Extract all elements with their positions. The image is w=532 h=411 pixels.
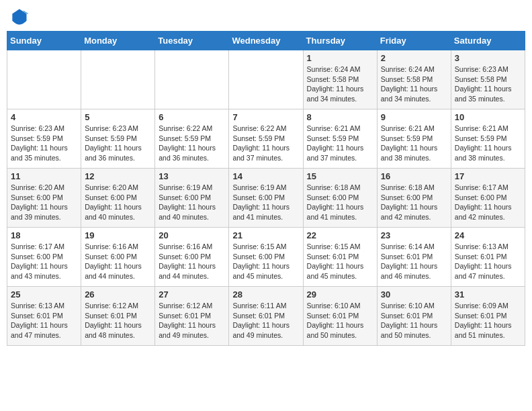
- header-row: SundayMondayTuesdayWednesdayThursdayFrid…: [7, 32, 525, 50]
- day-number: 25: [11, 289, 77, 300]
- calendar-day-cell: 10Sunrise: 6:21 AM Sunset: 5:59 PM Dayli…: [451, 109, 525, 169]
- day-number: 28: [232, 289, 299, 300]
- day-info: Sunrise: 6:15 AM Sunset: 6:00 PM Dayligh…: [232, 242, 299, 281]
- calendar-day-cell: [155, 50, 229, 109]
- day-number: 23: [381, 230, 447, 240]
- day-info: Sunrise: 6:21 AM Sunset: 5:59 PM Dayligh…: [381, 124, 447, 163]
- day-info: Sunrise: 6:15 AM Sunset: 6:01 PM Dayligh…: [307, 242, 373, 281]
- day-number: 31: [455, 289, 521, 300]
- day-info: Sunrise: 6:17 AM Sunset: 6:00 PM Dayligh…: [11, 242, 77, 281]
- day-number: 21: [232, 230, 299, 240]
- calendar-day-cell: 23Sunrise: 6:14 AM Sunset: 6:01 PM Dayli…: [377, 228, 451, 287]
- day-number: 1: [307, 53, 373, 63]
- day-number: 14: [232, 171, 299, 181]
- day-info: Sunrise: 6:19 AM Sunset: 6:00 PM Dayligh…: [232, 183, 299, 222]
- calendar-week-row: 18Sunrise: 6:17 AM Sunset: 6:00 PM Dayli…: [7, 228, 525, 287]
- calendar-day-cell: 8Sunrise: 6:21 AM Sunset: 5:59 PM Daylig…: [303, 109, 377, 169]
- calendar-day-cell: 18Sunrise: 6:17 AM Sunset: 6:00 PM Dayli…: [7, 228, 81, 287]
- day-number: 30: [381, 289, 447, 300]
- day-info: Sunrise: 6:21 AM Sunset: 5:59 PM Dayligh…: [455, 124, 521, 163]
- day-info: Sunrise: 6:18 AM Sunset: 6:00 PM Dayligh…: [307, 183, 373, 222]
- day-info: Sunrise: 6:24 AM Sunset: 5:58 PM Dayligh…: [307, 64, 373, 104]
- calendar-day-cell: 28Sunrise: 6:11 AM Sunset: 6:01 PM Dayli…: [229, 287, 303, 346]
- day-of-week-header: Monday: [81, 32, 155, 50]
- calendar-day-cell: [229, 50, 303, 109]
- day-number: 19: [85, 230, 151, 240]
- day-number: 9: [381, 112, 447, 122]
- day-number: 17: [455, 171, 521, 181]
- calendar-day-cell: 5Sunrise: 6:23 AM Sunset: 5:59 PM Daylig…: [81, 109, 155, 169]
- calendar-day-cell: 2Sunrise: 6:24 AM Sunset: 5:58 PM Daylig…: [377, 50, 451, 109]
- day-number: 12: [85, 171, 151, 181]
- day-info: Sunrise: 6:22 AM Sunset: 5:59 PM Dayligh…: [232, 124, 299, 163]
- day-info: Sunrise: 6:20 AM Sunset: 6:00 PM Dayligh…: [11, 183, 77, 222]
- day-info: Sunrise: 6:23 AM Sunset: 5:58 PM Dayligh…: [455, 64, 521, 104]
- calendar-day-cell: 24Sunrise: 6:13 AM Sunset: 6:01 PM Dayli…: [451, 228, 525, 287]
- day-info: Sunrise: 6:22 AM Sunset: 5:59 PM Dayligh…: [159, 124, 225, 163]
- day-number: 29: [307, 289, 373, 300]
- day-of-week-header: Saturday: [451, 32, 525, 50]
- calendar-day-cell: 13Sunrise: 6:19 AM Sunset: 6:00 PM Dayli…: [155, 169, 229, 228]
- day-info: Sunrise: 6:10 AM Sunset: 6:01 PM Dayligh…: [381, 301, 447, 340]
- calendar-day-cell: 19Sunrise: 6:16 AM Sunset: 6:00 PM Dayli…: [81, 228, 155, 287]
- day-info: Sunrise: 6:11 AM Sunset: 6:01 PM Dayligh…: [232, 301, 299, 340]
- calendar-week-row: 11Sunrise: 6:20 AM Sunset: 6:00 PM Dayli…: [7, 169, 525, 228]
- day-info: Sunrise: 6:12 AM Sunset: 6:01 PM Dayligh…: [159, 301, 225, 340]
- day-info: Sunrise: 6:20 AM Sunset: 6:00 PM Dayligh…: [85, 183, 151, 222]
- day-of-week-header: Friday: [377, 32, 451, 50]
- day-info: Sunrise: 6:19 AM Sunset: 6:00 PM Dayligh…: [159, 183, 225, 222]
- calendar-header: SundayMondayTuesdayWednesdayThursdayFrid…: [7, 32, 525, 50]
- day-number: 2: [381, 53, 447, 63]
- calendar-week-row: 25Sunrise: 6:13 AM Sunset: 6:01 PM Dayli…: [7, 287, 525, 346]
- day-number: 11: [11, 171, 77, 181]
- calendar-day-cell: 6Sunrise: 6:22 AM Sunset: 5:59 PM Daylig…: [155, 109, 229, 169]
- calendar-day-cell: 29Sunrise: 6:10 AM Sunset: 6:01 PM Dayli…: [303, 287, 377, 346]
- day-of-week-header: Sunday: [7, 32, 81, 50]
- day-number: 3: [455, 53, 521, 63]
- calendar-day-cell: 21Sunrise: 6:15 AM Sunset: 6:00 PM Dayli…: [229, 228, 303, 287]
- day-info: Sunrise: 6:14 AM Sunset: 6:01 PM Dayligh…: [381, 242, 447, 281]
- calendar-day-cell: 22Sunrise: 6:15 AM Sunset: 6:01 PM Dayli…: [303, 228, 377, 287]
- day-info: Sunrise: 6:16 AM Sunset: 6:00 PM Dayligh…: [159, 242, 225, 281]
- day-number: 7: [232, 112, 299, 122]
- day-number: 22: [307, 230, 373, 240]
- day-number: 26: [85, 289, 151, 300]
- day-number: 13: [159, 171, 225, 181]
- day-info: Sunrise: 6:13 AM Sunset: 6:01 PM Dayligh…: [11, 301, 77, 340]
- day-number: 24: [455, 230, 521, 240]
- day-number: 18: [11, 230, 77, 240]
- day-number: 27: [159, 289, 225, 300]
- generalblue-logo-icon: [10, 7, 29, 26]
- day-info: Sunrise: 6:17 AM Sunset: 6:00 PM Dayligh…: [455, 183, 521, 222]
- calendar-day-cell: 3Sunrise: 6:23 AM Sunset: 5:58 PM Daylig…: [451, 50, 525, 109]
- calendar-day-cell: 7Sunrise: 6:22 AM Sunset: 5:59 PM Daylig…: [229, 109, 303, 169]
- page-header: [7, 7, 525, 26]
- calendar-day-cell: 16Sunrise: 6:18 AM Sunset: 6:00 PM Dayli…: [377, 169, 451, 228]
- calendar-day-cell: 27Sunrise: 6:12 AM Sunset: 6:01 PM Dayli…: [155, 287, 229, 346]
- day-info: Sunrise: 6:12 AM Sunset: 6:01 PM Dayligh…: [85, 301, 151, 340]
- calendar-week-row: 4Sunrise: 6:23 AM Sunset: 5:59 PM Daylig…: [7, 109, 525, 169]
- day-info: Sunrise: 6:16 AM Sunset: 6:00 PM Dayligh…: [85, 242, 151, 281]
- day-number: 10: [455, 112, 521, 122]
- day-info: Sunrise: 6:23 AM Sunset: 5:59 PM Dayligh…: [85, 124, 151, 163]
- calendar-day-cell: 11Sunrise: 6:20 AM Sunset: 6:00 PM Dayli…: [7, 169, 81, 228]
- day-number: 20: [159, 230, 225, 240]
- calendar-day-cell: 20Sunrise: 6:16 AM Sunset: 6:00 PM Dayli…: [155, 228, 229, 287]
- calendar-day-cell: 30Sunrise: 6:10 AM Sunset: 6:01 PM Dayli…: [377, 287, 451, 346]
- day-number: 4: [11, 112, 77, 122]
- day-info: Sunrise: 6:13 AM Sunset: 6:01 PM Dayligh…: [455, 242, 521, 281]
- calendar-body: 1Sunrise: 6:24 AM Sunset: 5:58 PM Daylig…: [7, 50, 525, 346]
- day-number: 6: [159, 112, 225, 122]
- day-info: Sunrise: 6:21 AM Sunset: 5:59 PM Dayligh…: [307, 124, 373, 163]
- logo: [10, 7, 32, 26]
- day-of-week-header: Wednesday: [229, 32, 303, 50]
- calendar-day-cell: 26Sunrise: 6:12 AM Sunset: 6:01 PM Dayli…: [81, 287, 155, 346]
- calendar-day-cell: 12Sunrise: 6:20 AM Sunset: 6:00 PM Dayli…: [81, 169, 155, 228]
- calendar-table: SundayMondayTuesdayWednesdayThursdayFrid…: [7, 31, 525, 346]
- day-of-week-header: Thursday: [303, 32, 377, 50]
- day-number: 15: [307, 171, 373, 181]
- calendar-week-row: 1Sunrise: 6:24 AM Sunset: 5:58 PM Daylig…: [7, 50, 525, 109]
- calendar-day-cell: 25Sunrise: 6:13 AM Sunset: 6:01 PM Dayli…: [7, 287, 81, 346]
- day-info: Sunrise: 6:23 AM Sunset: 5:59 PM Dayligh…: [11, 124, 77, 163]
- calendar-day-cell: 1Sunrise: 6:24 AM Sunset: 5:58 PM Daylig…: [303, 50, 377, 109]
